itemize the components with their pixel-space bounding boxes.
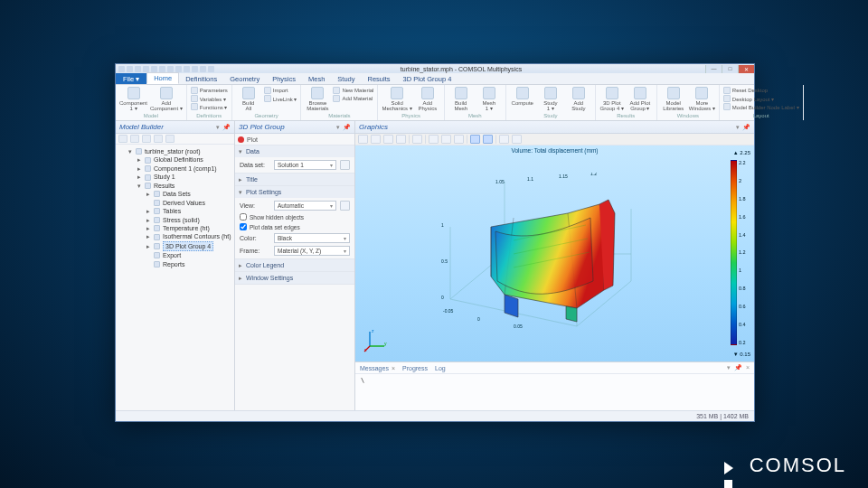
ribbon-livelink-[interactable]: LiveLink ▾ bbox=[264, 95, 297, 102]
ribbon-compute[interactable]: Compute bbox=[510, 87, 535, 106]
root-icon bbox=[136, 148, 142, 155]
panel-pin-icon[interactable]: 📌 bbox=[222, 124, 231, 131]
goto-dataset-icon[interactable] bbox=[340, 160, 350, 170]
ribbon-add-material[interactable]: Add Material bbox=[333, 95, 373, 102]
ribbon-parameters[interactable]: Parameters bbox=[191, 87, 228, 94]
tree-study-1[interactable]: Study 1 bbox=[154, 173, 175, 181]
section-data[interactable]: ▾Data bbox=[235, 145, 354, 157]
tab-messages[interactable]: Messages× bbox=[360, 365, 395, 371]
file-menu[interactable]: File ▾ bbox=[116, 73, 146, 84]
ribbon-more-windows-[interactable]: More Windows ▾ bbox=[689, 87, 715, 111]
panel-menu-icon[interactable]: ▾ bbox=[736, 124, 740, 131]
legend-min: ▼ 0.15 bbox=[733, 352, 750, 357]
ribbon-mesh-1-[interactable]: Mesh 1 ▾ bbox=[476, 87, 502, 111]
close-icon[interactable]: × bbox=[746, 364, 750, 371]
model-builder-toolbar[interactable] bbox=[116, 134, 234, 145]
ribbon-model-libraries[interactable]: Model Libraries bbox=[661, 87, 686, 111]
ribbon-group-results: 3D Plot Group 4 ▾Add Plot Group ▾Results bbox=[596, 85, 657, 120]
ribbon-import[interactable]: Import bbox=[264, 87, 297, 94]
tree-stress[interactable]: Stress (solid) bbox=[163, 216, 200, 224]
plot-edges-checkbox[interactable]: Plot data set edges bbox=[240, 223, 350, 230]
tab-study[interactable]: Study bbox=[331, 74, 361, 84]
maximize-button[interactable]: □ bbox=[722, 65, 738, 73]
ribbon-variables-[interactable]: Variables ▾ bbox=[191, 95, 228, 102]
tree-data-sets[interactable]: Data Sets bbox=[163, 190, 191, 198]
ribbon-add-plot-group-[interactable]: Add Plot Group ▾ bbox=[627, 87, 653, 111]
tree-component-1[interactable]: Component 1 (comp1) bbox=[154, 164, 217, 173]
goto-view-icon[interactable] bbox=[340, 201, 350, 211]
graphics-canvas[interactable]: Volume: Total displacement (mm) bbox=[355, 145, 754, 361]
section-title[interactable]: ▸Title bbox=[235, 174, 354, 185]
study-icon bbox=[145, 174, 151, 181]
tree-results[interactable]: Results bbox=[154, 182, 175, 190]
ribbon-new-material[interactable]: New Material bbox=[333, 87, 373, 94]
ribbon-add-physics[interactable]: Add Physics bbox=[415, 87, 440, 111]
ribbon-solid-mechanics-[interactable]: Solid Mechanics ▾ bbox=[382, 87, 411, 111]
messages-body[interactable]: \ bbox=[355, 374, 754, 410]
svg-text:1.15: 1.15 bbox=[559, 174, 568, 179]
section-plot-settings[interactable]: ▾Plot Settings bbox=[235, 186, 354, 198]
svg-text:z: z bbox=[372, 328, 374, 333]
tree-derived-values[interactable]: Derived Values bbox=[163, 199, 205, 207]
tree-reports[interactable]: Reports bbox=[163, 260, 185, 268]
show-hidden-checkbox[interactable]: Show hidden objects bbox=[240, 213, 350, 221]
panel-pin-icon[interactable]: 📌 bbox=[742, 124, 750, 131]
legend-tick: 1.8 bbox=[739, 196, 746, 202]
comsol-logo-icon bbox=[724, 456, 742, 474]
close-icon[interactable]: × bbox=[392, 365, 395, 371]
tab-results[interactable]: Results bbox=[362, 74, 397, 84]
close-button[interactable]: ✕ bbox=[738, 65, 754, 73]
panel-menu-icon[interactable]: ▾ bbox=[336, 124, 340, 131]
tree-global-definitions[interactable]: Global Definitions bbox=[154, 155, 203, 164]
ribbon-3d-plot-group-4-[interactable]: 3D Plot Group 4 ▾ bbox=[599, 87, 625, 111]
quick-access-toolbar[interactable] bbox=[116, 66, 217, 72]
tab-definitions[interactable]: Definitions bbox=[179, 74, 223, 84]
view-label: View: bbox=[240, 202, 270, 209]
ribbon-browse-materials[interactable]: Browse Materials bbox=[305, 87, 330, 111]
ribbon-desktop-layout-[interactable]: Desktop Layout ▾ bbox=[723, 95, 799, 102]
tree-3d-plot-group-4[interactable]: 3D Plot Group 4 bbox=[163, 241, 213, 251]
plot-button[interactable]: Plot bbox=[247, 136, 258, 143]
frame-select[interactable]: Material (X, Y, Z) bbox=[274, 246, 350, 256]
ribbon-model-builder-node-label-[interactable]: Model Builder Node Label ▾ bbox=[723, 103, 799, 110]
svg-text:0.5: 0.5 bbox=[441, 258, 448, 264]
graphics-toolbar[interactable] bbox=[355, 134, 754, 145]
panel-menu-icon[interactable]: ▾ bbox=[216, 124, 220, 131]
tab-progress[interactable]: Progress bbox=[402, 365, 428, 371]
tab-mesh[interactable]: Mesh bbox=[302, 74, 331, 84]
tab-geometry[interactable]: Geometry bbox=[223, 74, 266, 84]
tab-3d-plot-group-4[interactable]: 3D Plot Group 4 bbox=[397, 74, 458, 84]
ribbon-add-component-[interactable]: Add Component ▾ bbox=[150, 87, 183, 111]
tab-home[interactable]: Home bbox=[146, 72, 179, 84]
ribbon-group-geometry: Build AllImportLiveLink ▾Geometry bbox=[232, 85, 302, 120]
ribbon-component-1-[interactable]: Component 1 ▾ bbox=[119, 87, 147, 111]
settings-panel: 3D Plot Group ▾📌 Plot ▾Data Data set: So… bbox=[235, 121, 355, 410]
ribbon-build-all[interactable]: Build All bbox=[236, 87, 261, 111]
minimize-button[interactable]: — bbox=[705, 65, 722, 73]
ribbon-study-1-[interactable]: Study 1 ▾ bbox=[538, 87, 563, 111]
tree-temperature[interactable]: Temperature (ht) bbox=[163, 224, 210, 232]
view-select[interactable]: Automatic bbox=[274, 201, 336, 211]
tree-isothermal[interactable]: Isothermal Contours (ht) bbox=[163, 232, 231, 240]
section-window-settings[interactable]: ▸Window Settings bbox=[235, 272, 354, 284]
report-icon bbox=[154, 261, 160, 267]
panel-pin-icon[interactable]: 📌 bbox=[734, 364, 742, 371]
model-builder-panel: Model Builder ▾📌 ▾turbine_stator (root) … bbox=[116, 121, 235, 410]
ribbon-reset-desktop[interactable]: Reset Desktop bbox=[723, 87, 799, 94]
tree-root[interactable]: turbine_stator (root) bbox=[145, 147, 200, 155]
tree-tables[interactable]: Tables bbox=[163, 207, 181, 215]
tab-log[interactable]: Log bbox=[435, 365, 446, 371]
model-tree[interactable]: ▾turbine_stator (root) ▸Global Definitio… bbox=[116, 145, 234, 410]
panel-menu-icon[interactable]: ▾ bbox=[727, 364, 731, 371]
ribbon-build-mesh[interactable]: Build Mesh bbox=[448, 87, 474, 111]
ribbon-add-study[interactable]: Add Study bbox=[566, 87, 591, 111]
legend-tick: 0.6 bbox=[739, 304, 746, 309]
color-select[interactable]: Black bbox=[274, 233, 350, 243]
tab-physics[interactable]: Physics bbox=[266, 74, 302, 84]
section-color-legend[interactable]: ▸Color Legend bbox=[235, 259, 354, 271]
tree-export[interactable]: Export bbox=[163, 251, 181, 259]
dataset-select[interactable]: Solution 1 bbox=[274, 160, 336, 170]
panel-pin-icon[interactable]: 📌 bbox=[343, 124, 351, 131]
ribbon-functions-[interactable]: Functions ▾ bbox=[191, 103, 228, 110]
legend-max: ▲ 2.25 bbox=[733, 150, 750, 155]
